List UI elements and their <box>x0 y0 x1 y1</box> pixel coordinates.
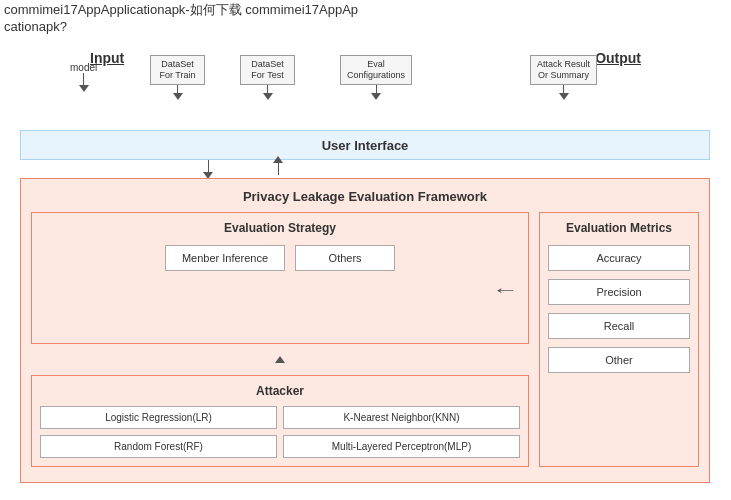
other-btn[interactable]: Other <box>548 347 690 373</box>
eval-config-group: Eval Configurations <box>340 55 412 100</box>
precision-btn[interactable]: Precision <box>548 279 690 305</box>
lr-btn[interactable]: Logistic Regression(LR) <box>40 406 277 429</box>
framework-box: Privacy Leakage Evaluation Framework Eva… <box>20 178 710 483</box>
model-arrow-head <box>79 85 89 92</box>
dataset-train-line2: For Train <box>157 70 198 81</box>
inner-arrow-head <box>275 356 285 363</box>
inner-arrow <box>31 352 529 367</box>
eval-line2: Configurations <box>347 70 405 81</box>
attack-result-rect: Attack Result Or Summary <box>530 55 597 85</box>
mlp-btn[interactable]: Multi-Layered Perceptron(MLP) <box>283 435 520 458</box>
eval-arrow-line <box>376 85 377 93</box>
right-column: Evaluation Metrics Accuracy Precision Re… <box>539 212 699 467</box>
dataset-train-group: DataSet For Train <box>150 55 205 100</box>
dataset-test-group: DataSet For Test <box>240 55 295 100</box>
dataset-test-line1: DataSet <box>247 59 288 70</box>
dt-arrow-line <box>177 85 178 93</box>
top-bar: commimei17AppApplicationapk-如何下载 commime… <box>0 0 731 50</box>
attack-arrow-head <box>559 93 569 100</box>
dt-arrow-head <box>173 93 183 100</box>
attack-line1: Attack Result <box>537 59 590 70</box>
member-inference-btn[interactable]: Menber Inference <box>165 245 285 271</box>
knn-btn[interactable]: K-Nearest Neighbor(KNN) <box>283 406 520 429</box>
attack-line2: Or Summary <box>537 70 590 81</box>
dt-test-arrow-head <box>263 93 273 100</box>
strategy-buttons-row: Menber Inference Others <box>40 245 520 271</box>
model-label: model <box>70 62 97 73</box>
dataset-train-rect: DataSet For Train <box>150 55 205 85</box>
framework-ui-arrow-head <box>273 156 283 163</box>
top-bar-line2: cationapk? <box>4 19 727 36</box>
recall-btn[interactable]: Recall <box>548 313 690 339</box>
attacker-buttons-grid: Logistic Regression(LR) K-Nearest Neighb… <box>40 406 520 458</box>
accuracy-btn[interactable]: Accuracy <box>548 245 690 271</box>
rf-btn[interactable]: Random Forest(RF) <box>40 435 277 458</box>
diagram-container: commimei17AppApplicationapk-如何下载 commime… <box>0 0 731 500</box>
framework-to-ui-arrow <box>273 156 283 175</box>
eval-strategy-title: Evaluation Strategy <box>40 221 520 235</box>
attacker-title: Attacker <box>40 384 520 398</box>
attack-arrow-line <box>563 85 564 93</box>
attack-result-group: Attack Result Or Summary <box>530 55 597 100</box>
left-column: Evaluation Strategy Menber Inference Oth… <box>31 212 529 467</box>
user-interface-label: User Interface <box>322 138 409 153</box>
dataset-test-line2: For Test <box>247 70 288 81</box>
framework-inner: Evaluation Strategy Menber Inference Oth… <box>31 212 699 467</box>
dataset-test-rect: DataSet For Test <box>240 55 295 85</box>
model-arrow-line <box>83 73 84 85</box>
model-icon-group: model <box>70 62 97 92</box>
attacker-box: Attacker Logistic Regression(LR) K-Neare… <box>31 375 529 467</box>
others-btn[interactable]: Others <box>295 245 395 271</box>
eval-config-rect: Eval Configurations <box>340 55 412 85</box>
framework-title: Privacy Leakage Evaluation Framework <box>31 189 699 204</box>
left-arrow-indicator: ← <box>492 280 519 301</box>
dataset-train-line1: DataSet <box>157 59 198 70</box>
output-label: Output <box>595 50 641 66</box>
user-interface-bar: User Interface <box>20 130 710 160</box>
eval-arrow-head <box>371 93 381 100</box>
eval-line1: Eval <box>347 59 405 70</box>
eval-strategy-box: Evaluation Strategy Menber Inference Oth… <box>31 212 529 344</box>
eval-metrics-title: Evaluation Metrics <box>548 221 690 235</box>
dt-test-arrow-line <box>267 85 268 93</box>
eval-metrics-box: Evaluation Metrics Accuracy Precision Re… <box>539 212 699 467</box>
ui-to-framework-arrow <box>203 160 213 179</box>
top-bar-line1: commimei17AppApplicationapk-如何下载 commime… <box>4 2 727 19</box>
